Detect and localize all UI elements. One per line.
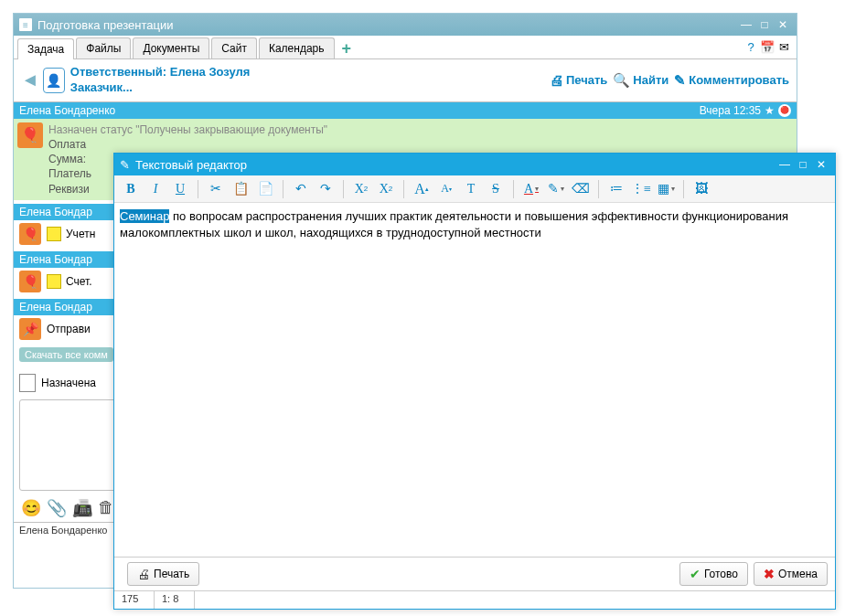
status-text: Назначен статус "Получены закрывающие до… [48,122,327,137]
download-all-link[interactable]: Скачать все комм [19,347,113,362]
underline-button[interactable]: U [169,178,191,200]
save-icon[interactable] [47,227,61,241]
back-arrow-icon[interactable]: ◄ [21,69,39,90]
editor-close-button[interactable]: ✕ [813,156,829,173]
feed-line: Оплата [48,137,327,152]
document-icon [19,18,32,31]
cross-icon: ✖ [764,567,775,581]
tab-files[interactable]: Файлы [76,37,131,58]
font-decrease-button[interactable]: A▾ [435,178,457,200]
cut-button[interactable]: ✂ [205,178,227,200]
tab-add-button[interactable]: + [337,39,358,58]
editor-print-button[interactable]: 🖨Печать [127,562,199,586]
feed-author: Елена Бондаренко [19,104,115,117]
image-button[interactable]: 🖼 [690,178,712,200]
undo-button[interactable]: ↶ [290,178,312,200]
customer-label: Заказчик... [70,80,251,96]
check-icon: ✔ [690,567,701,581]
mail-icon[interactable]: ✉ [776,39,791,54]
feed-time: Вчера 12:35 [700,104,761,117]
superscript-button[interactable]: X2 [350,178,372,200]
print-action[interactable]: 🖨Печать [550,72,607,89]
feed-item-header: Елена Бондаренко Вчера 12:35 ★ 🔴 [14,102,797,119]
pin-icon: 📌 [19,318,41,340]
star-icon[interactable]: ★ [765,104,775,117]
main-titlebar: Подготовка презентации — □ ✕ [14,14,797,36]
font-increase-button[interactable]: A▴ [411,178,433,200]
pencil-icon: ✎ [674,72,686,89]
task-header: ◄ Ответственный: Елена Зозуля Заказчик..… [14,59,797,101]
copy-button[interactable]: 📋 [230,178,251,200]
balloon-icon: 🎈 [19,271,41,292]
paste-button[interactable]: 📄 [254,178,276,200]
close-button[interactable]: ✕ [775,16,791,33]
highlight-button[interactable]: ✎ [545,178,567,200]
calendar-mini-icon[interactable]: 📅 [760,39,775,54]
italic-button[interactable]: I [144,178,166,200]
tabs-bar: Задача Файлы Документы Сайт Календарь + … [14,36,797,59]
redo-button[interactable]: ↷ [315,178,337,200]
find-action[interactable]: 🔍Найти [613,72,669,89]
feed-author: Елена Бондар [19,206,92,218]
printer-icon: 🖨 [137,567,150,581]
flag-icon[interactable]: 🔴 [778,104,791,117]
tab-site[interactable]: Сайт [211,37,257,58]
avatar-icon[interactable] [43,68,65,93]
number-list-button[interactable]: ⋮≡ [630,178,652,200]
trash-icon[interactable]: 🗑 [98,498,114,518]
tab-documents[interactable]: Документы [133,37,209,58]
search-icon: 🔍 [613,72,630,89]
maximize-button[interactable]: □ [756,16,773,33]
editor-maximize-button[interactable]: □ [795,156,811,173]
save-icon[interactable] [47,274,61,289]
help-icon[interactable]: ? [743,39,758,54]
attach-icon[interactable]: 📎 [47,498,67,518]
feed-text: Счет. [66,275,92,288]
assigned-label: Назначена [41,377,96,389]
responsible-block[interactable]: Ответственный: Елена Зозуля Заказчик... [70,65,251,96]
table-button[interactable]: ▦ [655,178,677,200]
editor-text: по вопросам распространения лучших практ… [120,209,788,239]
selected-text: Семинар [120,209,169,223]
feed-author: Елена Бондар [19,301,92,313]
editor-title: Текстовый редактор [135,158,247,172]
font-color-button[interactable]: A [520,178,542,200]
strikethrough-button[interactable]: S [485,178,507,200]
feed-text: Учетн [66,228,95,240]
status-cursor-pos: 1: 8 [155,591,195,609]
bullet-list-button[interactable]: ≔ [605,178,627,200]
editor-statusbar: 175 1: 8 [114,590,835,609]
editor-textarea[interactable]: Семинар по вопросам распространения лучш… [114,203,835,557]
feed-text: Отправи [47,323,91,335]
feed-author: Елена Бондар [19,253,92,266]
editor-toolbar: B I U ✂ 📋 📄 ↶ ↷ X2 X2 A▴ A▾ T S A ✎ ⌫ ≔ … [114,175,835,203]
balloon-icon: 🎈 [19,223,41,245]
responsible-label: Ответственный: Елена Зозуля [70,65,251,79]
bold-button[interactable]: B [120,178,142,200]
status-char-count: 175 [114,591,155,609]
editor-footer: 🖨Печать ✔Готово ✖Отмена [114,557,835,590]
subscript-button[interactable]: X2 [375,178,397,200]
text-editor-window: ✎ Текстовый редактор — □ ✕ B I U ✂ 📋 📄 ↶… [113,153,836,610]
printer-icon: 🖨 [550,72,563,88]
minimize-button[interactable]: — [738,16,754,33]
pencil-icon: ✎ [120,158,130,172]
scanner-icon[interactable]: 📠 [72,498,92,518]
tab-task[interactable]: Задача [17,38,74,59]
editor-minimize-button[interactable]: — [776,156,793,173]
editor-cancel-button[interactable]: ✖Отмена [754,562,828,586]
tab-calendar[interactable]: Календарь [259,37,335,58]
editor-done-button[interactable]: ✔Готово [679,562,748,586]
font-family-button[interactable]: T [460,178,482,200]
main-window-title: Подготовка презентации [37,18,173,32]
editor-titlebar: ✎ Текстовый редактор — □ ✕ [114,154,835,175]
emoji-icon[interactable]: 😊 [21,498,41,518]
balloon-icon: 🎈 [17,122,43,148]
clear-format-button[interactable]: ⌫ [570,178,592,200]
comment-action[interactable]: ✎Комментировать [674,72,789,89]
document-icon [19,374,36,392]
